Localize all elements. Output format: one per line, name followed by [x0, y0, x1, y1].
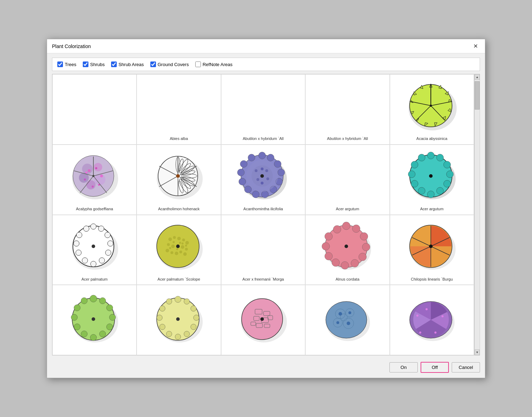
plant-name: Abutilon x hybridum `All [241, 135, 285, 142]
plant-name: Abutilon x hybridum `All [326, 135, 370, 142]
scroll-up-arrow[interactable]: ▲ [475, 74, 480, 80]
plant-cell[interactable]: Alnus cordata [305, 215, 389, 285]
svg-point-186 [184, 331, 190, 337]
off-button[interactable]: Off [421, 362, 449, 373]
filter-shrub-areas[interactable]: Shrub Areas [111, 61, 144, 67]
close-button[interactable]: ✕ [471, 42, 480, 50]
svg-point-83 [261, 168, 264, 170]
svg-point-169 [109, 314, 116, 321]
svg-point-72 [244, 186, 251, 193]
svg-point-185 [191, 324, 196, 330]
scroll-down-arrow[interactable]: ▼ [475, 350, 480, 355]
svg-point-98 [411, 161, 418, 168]
plant-cell[interactable]: Acanthomintha ilicifolia [221, 145, 305, 215]
svg-point-129 [170, 251, 173, 254]
plant-cell[interactable] [390, 285, 474, 355]
plant-image [392, 146, 472, 206]
svg-point-30 [84, 178, 86, 181]
svg-point-133 [173, 241, 175, 243]
svg-point-122 [185, 241, 189, 245]
svg-point-92 [444, 180, 451, 187]
svg-point-80 [265, 169, 268, 172]
plant-cell[interactable]: Acalypha godseffiana [52, 145, 137, 215]
plant-image [392, 287, 472, 351]
svg-point-142 [342, 222, 350, 230]
svg-point-218 [426, 308, 428, 310]
shrub-areas-label: Shrub Areas [118, 62, 144, 67]
svg-point-81 [256, 178, 259, 181]
svg-point-149 [332, 259, 340, 266]
filter-refnote-areas[interactable]: RefNote Areas [195, 61, 233, 67]
on-button[interactable]: On [389, 362, 418, 372]
plant-cell[interactable]: Abutilon x hybridum `All [221, 74, 305, 145]
refnote-areas-checkbox[interactable] [195, 61, 201, 67]
svg-point-88 [427, 152, 434, 159]
plant-cell[interactable]: Acer argutum [390, 145, 474, 215]
svg-point-148 [341, 262, 349, 269]
plant-cell[interactable]: Abutilon x hybridum `All [305, 74, 389, 145]
plant-name: Alnus cordata [334, 276, 361, 283]
svg-point-95 [418, 187, 425, 194]
vertical-scrollbar[interactable]: ▲ ▼ [474, 74, 480, 356]
filter-ground-covers[interactable]: Ground Covers [150, 61, 189, 67]
shrubs-label: Shrubs [90, 62, 105, 67]
plant-cell[interactable] [137, 285, 221, 355]
svg-point-143 [352, 225, 360, 233]
svg-point-214 [336, 321, 339, 324]
plant-image [54, 76, 135, 141]
scroll-thumb[interactable] [475, 81, 480, 110]
trees-checkbox[interactable] [57, 61, 63, 67]
svg-point-182 [184, 299, 190, 304]
svg-point-152 [325, 233, 332, 240]
filter-trees[interactable]: Trees [57, 61, 76, 67]
svg-point-111 [76, 250, 81, 256]
plant-cell[interactable]: Acacia abyssinica [390, 74, 474, 145]
plant-image [138, 76, 219, 135]
svg-point-115 [92, 245, 95, 248]
plant-name: Acer argutum [334, 206, 360, 213]
svg-point-119 [173, 236, 176, 239]
svg-point-85 [260, 174, 264, 178]
svg-point-20 [430, 105, 432, 107]
svg-point-99 [418, 154, 425, 161]
filter-bar: Trees Shrubs Shrub Areas Ground Covers R… [52, 58, 480, 71]
filter-shrubs[interactable]: Shrubs [83, 61, 105, 67]
svg-point-147 [351, 259, 359, 267]
plant-cell[interactable] [52, 285, 137, 355]
svg-point-130 [175, 252, 178, 255]
svg-point-106 [108, 241, 113, 246]
svg-point-74 [237, 169, 244, 176]
shrubs-checkbox[interactable] [83, 61, 88, 67]
plant-cell[interactable] [52, 74, 137, 145]
plant-cell[interactable]: Acer x freemanii `Morga [221, 215, 305, 285]
cancel-button[interactable]: Cancel [452, 362, 480, 372]
plant-cell[interactable] [305, 285, 389, 355]
svg-point-94 [427, 191, 434, 198]
svg-point-136 [181, 242, 184, 245]
plant-cell[interactable]: Acantholimon hohenack [137, 145, 221, 215]
svg-point-113 [76, 232, 82, 238]
svg-point-132 [183, 252, 187, 256]
plant-cell[interactable]: Acer palmatum [52, 215, 137, 285]
plant-cell[interactable]: Acer palmatum `Scolope [137, 215, 221, 285]
shrub-areas-checkbox[interactable] [111, 61, 117, 67]
svg-point-84 [261, 182, 264, 184]
plant-name: Chilopsis linearis `Burgu [409, 276, 454, 283]
svg-point-187 [175, 334, 181, 340]
svg-point-184 [193, 315, 199, 321]
svg-point-144 [360, 233, 368, 240]
plant-image [138, 217, 219, 276]
plant-name: Acer x freemanii `Morga [241, 276, 285, 283]
plant-cell[interactable]: Chilopsis linearis `Burgu [390, 215, 474, 285]
ground-covers-checkbox[interactable] [150, 61, 156, 67]
plant-cell[interactable]: Acer argutum [305, 145, 389, 215]
plant-grid-area: Abies alba Abutilon x hybridum `All Abut… [52, 74, 480, 356]
dialog-title: Plant Colorization [52, 43, 91, 49]
dialog-footer: On Off Cancel [47, 358, 485, 378]
svg-point-96 [411, 180, 418, 187]
svg-point-124 [171, 245, 175, 248]
svg-point-181 [175, 296, 181, 303]
plant-cell[interactable]: Abies alba [137, 74, 221, 145]
title-bar: Plant Colorization ✕ [47, 39, 485, 53]
plant-cell[interactable] [221, 285, 305, 355]
